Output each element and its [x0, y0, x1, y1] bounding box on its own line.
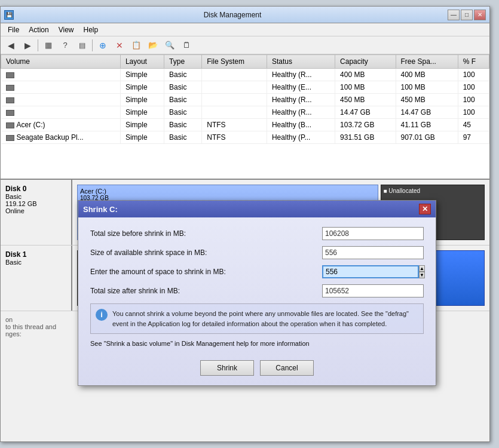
help-link: See "Shrink a basic volume" in Disk Mana…	[90, 340, 424, 347]
spin-buttons: ▲ ▼	[419, 265, 425, 278]
dialog-row-shrink-amount: Enter the amount of space to shrink in M…	[90, 265, 424, 278]
info-icon: i	[96, 309, 108, 321]
cancel-button[interactable]: Cancel	[260, 360, 314, 376]
value-available: 556	[322, 246, 424, 259]
spin-up-button[interactable]: ▲	[419, 265, 425, 272]
shrink-amount-input[interactable]	[322, 265, 419, 278]
dialog-overlay: Shrink C: ✕ Total size before shrink in …	[0, 0, 499, 448]
info-text: You cannot shrink a volume beyond the po…	[112, 309, 418, 329]
dialog-title-bar: Shrink C: ✕	[78, 201, 436, 217]
label-available: Size of available shrink space in MB:	[90, 248, 322, 257]
label-total-after: Total size after shrink in MB:	[90, 287, 322, 295]
dialog-buttons: Shrink Cancel	[90, 357, 424, 376]
dialog-close-button[interactable]: ✕	[419, 204, 431, 214]
dialog-body: Total size before shrink in MB: 106208 S…	[78, 217, 436, 385]
value-total-before: 106208	[322, 227, 424, 240]
shrink-button[interactable]: Shrink	[200, 360, 254, 376]
shrink-input-wrap: ▲ ▼	[322, 265, 424, 278]
dialog-title: Shrink C:	[83, 205, 419, 214]
shrink-dialog: Shrink C: ✕ Total size before shrink in …	[78, 200, 436, 386]
dialog-row-total-after: Total size after shrink in MB: 105652	[90, 284, 424, 297]
value-total-after: 105652	[322, 284, 424, 297]
spin-down-button[interactable]: ▼	[419, 272, 425, 278]
dialog-row-total-before: Total size before shrink in MB: 106208	[90, 227, 424, 240]
dialog-row-available: Size of available shrink space in MB: 55…	[90, 246, 424, 259]
info-box: i You cannot shrink a volume beyond the …	[90, 303, 424, 334]
label-shrink-amount: Enter the amount of space to shrink in M…	[90, 268, 322, 276]
label-total-before: Total size before shrink in MB:	[90, 229, 322, 238]
